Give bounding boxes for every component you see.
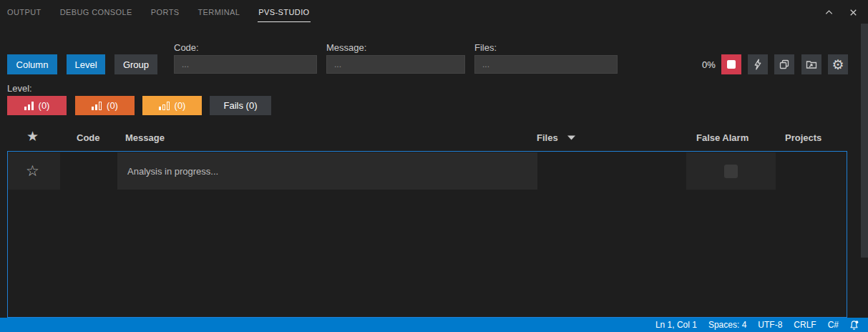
eol-status[interactable]: CRLF: [788, 320, 821, 330]
row-message-cell: Analysis in progress...: [117, 152, 537, 190]
caret-down-icon: [567, 135, 575, 140]
level-button[interactable]: Level: [67, 54, 105, 74]
tab-pvs-studio[interactable]: PVS-STUDIO: [258, 0, 310, 22]
table-row[interactable]: ☆ Analysis in progress...: [8, 152, 847, 190]
level-high-count: (0): [39, 100, 50, 111]
open-folder-icon: [806, 59, 817, 70]
vertical-scrollbar[interactable]: [861, 24, 868, 258]
column-header-false-alarm[interactable]: False Alarm: [696, 132, 748, 143]
results-table: ☆ Analysis in progress...: [7, 151, 847, 318]
tab-debug-console[interactable]: DEBUG CONSOLE: [59, 0, 133, 22]
level-medium-button[interactable]: (0): [75, 96, 135, 115]
column-header-files[interactable]: Files: [537, 132, 575, 143]
code-filter-input[interactable]: [174, 55, 317, 74]
level-low-button[interactable]: (0): [142, 96, 202, 115]
notifications-button[interactable]: [844, 320, 862, 331]
settings-button[interactable]: ⚙: [828, 54, 848, 74]
column-button[interactable]: Column: [7, 54, 57, 74]
tab-output[interactable]: OUTPUT: [6, 0, 42, 22]
stop-analysis-button[interactable]: [721, 54, 741, 74]
files-filter-label: Files:: [474, 42, 497, 53]
stop-icon: [727, 60, 736, 69]
bell-dot-icon: [849, 320, 859, 331]
language-mode-status[interactable]: C#: [822, 320, 844, 330]
column-header-code[interactable]: Code: [77, 132, 100, 143]
indentation-status[interactable]: Spaces: 4: [703, 320, 752, 330]
level-high-button[interactable]: (0): [7, 96, 67, 115]
fails-button[interactable]: Fails (0): [210, 96, 271, 115]
lightning-icon: [752, 59, 764, 70]
open-report-button[interactable]: [801, 54, 821, 74]
panel-controls: [822, 6, 859, 19]
tab-ports[interactable]: PORTS: [150, 0, 180, 22]
star-filled-icon[interactable]: ★: [26, 128, 39, 144]
encoding-status[interactable]: UTF-8: [752, 320, 788, 330]
fails-label: Fails (0): [224, 100, 258, 111]
code-filter-label: Code:: [174, 42, 199, 53]
files-header-label: Files: [537, 132, 558, 143]
level-low-count: (0): [175, 100, 186, 111]
bar-chart-1-solid-icon: [159, 102, 170, 110]
copy-icon: [779, 59, 790, 70]
analysis-progress-label: 0%: [702, 54, 716, 74]
row-false-alarm-cell: [686, 152, 776, 190]
row-message-text: Analysis in progress...: [127, 166, 218, 177]
message-filter-label: Message:: [326, 42, 366, 53]
copy-results-button[interactable]: [774, 54, 794, 74]
column-header-message[interactable]: Message: [125, 132, 165, 143]
pvs-studio-panel: OUTPUT DEBUG CONSOLE PORTS TERMINAL PVS-…: [0, 0, 868, 332]
cursor-position-status[interactable]: Ln 1, Col 1: [650, 320, 703, 330]
panel-tab-bar: OUTPUT DEBUG CONSOLE PORTS TERMINAL PVS-…: [0, 0, 868, 26]
chevron-up-icon[interactable]: [822, 6, 835, 19]
close-icon[interactable]: [847, 6, 859, 19]
row-favorite-cell: ☆: [8, 152, 60, 190]
column-header-projects[interactable]: Projects: [785, 132, 821, 143]
level-medium-count: (0): [107, 100, 118, 111]
bar-chart-3-solid-icon: [24, 102, 34, 110]
message-filter-input[interactable]: [326, 55, 465, 74]
gear-icon: ⚙: [832, 58, 844, 72]
level-section-label: Level:: [7, 83, 32, 94]
group-button[interactable]: Group: [114, 54, 157, 74]
bar-chart-2-solid-icon: [92, 102, 102, 110]
false-alarm-checkbox[interactable]: [724, 165, 738, 178]
tab-terminal[interactable]: TERMINAL: [198, 0, 241, 22]
run-analysis-button[interactable]: [748, 54, 768, 74]
star-outline-icon[interactable]: ☆: [26, 162, 39, 180]
files-filter-input[interactable]: [474, 55, 618, 74]
status-bar: Ln 1, Col 1 Spaces: 4 UTF-8 CRLF C#: [0, 318, 868, 332]
